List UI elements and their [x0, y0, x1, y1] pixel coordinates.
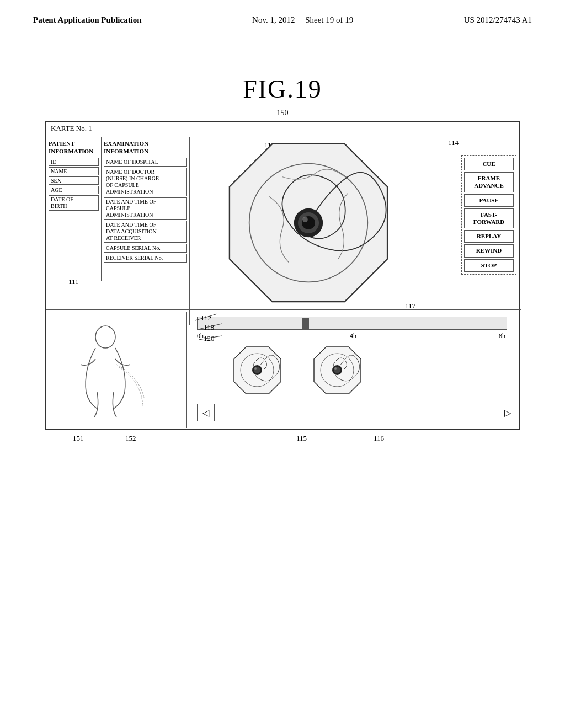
- exam-field-capsule-serial: CAPSULE SERIAL No.: [104, 244, 187, 253]
- diagram-wrapper: KARTE No. 1 PATIENT INFORMATION ID NAME …: [45, 121, 520, 452]
- replay-button[interactable]: REPLAY: [464, 230, 514, 243]
- nav-arrow-left[interactable]: ◁: [197, 404, 215, 421]
- header-patent-number: US 2012/274743 A1: [464, 15, 532, 25]
- cue-button[interactable]: CUE: [464, 158, 514, 170]
- time-label-4h: 4h: [350, 332, 356, 340]
- ref-150-label: 150: [277, 109, 289, 117]
- main-diagram-box: KARTE No. 1 PATIENT INFORMATION ID NAME …: [45, 121, 520, 430]
- timeline-bar[interactable]: [197, 317, 507, 330]
- karte-label: KARTE No. 1: [51, 124, 92, 133]
- ref-112-label: 112: [201, 314, 211, 323]
- header-date: Nov. 1, 2012: [252, 15, 295, 24]
- ref-120-label: 120: [204, 334, 215, 343]
- rewind-button[interactable]: REWIND: [464, 244, 514, 257]
- stop-button[interactable]: STOP: [464, 259, 514, 272]
- timeline-area: 0h 4h 8h: [187, 312, 521, 428]
- exam-field-data-datetime: DATE AND TIME OFDATA ACQUISITIONAT RECEI…: [104, 221, 187, 243]
- ref-111: 111: [68, 277, 79, 286]
- capsule-image-area: [190, 137, 427, 308]
- ref-118-label: 118: [204, 323, 214, 332]
- exam-field-doctor: NAME OF DOCTOR(NURSE) IN CHARGEOF CAPSUL…: [104, 168, 187, 196]
- patient-panel: PATIENT INFORMATION ID NAME SEX AGE DATE…: [46, 137, 102, 281]
- controls-panel: CUE FRAMEADVANCE PAUSE FAST-FORWARD REPL…: [461, 155, 516, 275]
- page-header: Patent Application Publication Nov. 1, 2…: [0, 0, 565, 25]
- exam-panel: EXAMINATION INFORMATION NAME OF HOSPITAL…: [102, 137, 190, 325]
- horizontal-divider: [46, 309, 521, 310]
- svg-point-11: [254, 367, 257, 370]
- patient-field-age: AGE: [49, 186, 99, 194]
- ref-115-label: 115: [296, 434, 307, 443]
- patient-section-title: PATIENT INFORMATION: [49, 140, 99, 156]
- thumb-capsule-1: [231, 344, 284, 397]
- timeline-indicator: [302, 318, 309, 329]
- figure-title: FIG.19: [0, 74, 565, 104]
- ref-151-label: 151: [73, 434, 84, 443]
- thumb-capsule-2: [311, 344, 364, 397]
- svg-point-6: [95, 326, 115, 348]
- refs-below-diagram: 151 152 115 116: [45, 430, 520, 452]
- header-publication-type: Patent Application Publication: [33, 15, 142, 25]
- exam-section-title: EXAMINATION INFORMATION: [104, 140, 187, 156]
- exam-field-receiver-serial: RECEIVER SERIAL No.: [104, 254, 187, 263]
- exam-field-hospital: NAME OF HOSPITAL: [104, 158, 187, 167]
- header-date-sheet: Nov. 1, 2012 Sheet 19 of 19: [252, 15, 353, 25]
- patient-field-sex: SEX: [49, 176, 99, 185]
- ref-114: 114: [448, 138, 459, 147]
- frame-advance-button[interactable]: FRAMEADVANCE: [464, 172, 514, 192]
- fast-forward-button[interactable]: FAST-FORWARD: [464, 208, 514, 228]
- svg-point-5: [302, 217, 308, 222]
- patient-field-id: ID: [49, 158, 99, 166]
- ref-152-label: 152: [125, 434, 136, 443]
- patient-field-name: NAME: [49, 167, 99, 175]
- ref-116-label: 116: [374, 434, 384, 443]
- patient-field-dob: DATE OFBIRTH: [49, 195, 99, 211]
- time-label-0h: 0h: [197, 332, 204, 340]
- thumbnail-area: [46, 312, 187, 428]
- header-sheet: Sheet 19 of 19: [305, 15, 353, 24]
- time-label-8h: 8h: [499, 332, 505, 340]
- svg-point-16: [334, 367, 337, 370]
- thumbnail-images: [231, 344, 364, 397]
- exam-field-capsule-datetime: DATE AND TIME OFCAPSULEADMINISTRATION: [104, 197, 187, 220]
- nav-arrow-right[interactable]: ▷: [499, 404, 516, 421]
- pause-button[interactable]: PAUSE: [464, 194, 514, 207]
